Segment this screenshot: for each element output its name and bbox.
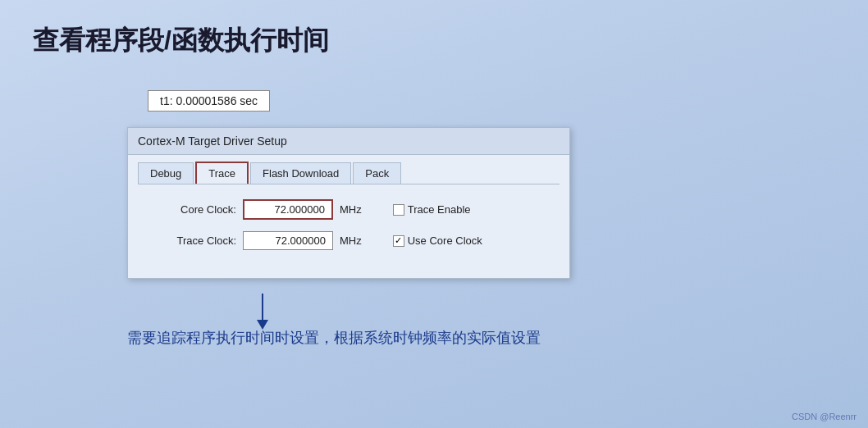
trace-enable-label: Trace Enable — [408, 203, 471, 216]
core-clock-unit: MHz — [340, 203, 362, 216]
core-clock-input[interactable] — [243, 199, 333, 220]
annotation-text: 需要追踪程序执行时间时设置，根据系统时钟频率的实际值设置 — [127, 328, 541, 348]
arrow-line — [262, 294, 263, 320]
tab-flash-download[interactable]: Flash Download — [250, 162, 351, 184]
use-core-clock-label: Use Core Clock — [408, 234, 482, 247]
core-clock-label: Core Clock: — [154, 203, 236, 216]
dialog-title: Cortex-M Target Driver Setup — [128, 128, 569, 155]
use-core-clock-group: ✓ Use Core Clock — [393, 234, 482, 247]
trace-enable-checkbox[interactable] — [393, 204, 404, 216]
arrow-annotation — [257, 294, 268, 330]
driver-setup-dialog: Cortex-M Target Driver Setup Debug Trace… — [127, 127, 570, 279]
trace-clock-row: Trace Clock: MHz ✓ Use Core Clock — [154, 231, 543, 250]
core-clock-row: Core Clock: MHz Trace Enable — [154, 199, 543, 220]
tab-debug[interactable]: Debug — [138, 162, 194, 184]
tab-pack[interactable]: Pack — [353, 162, 401, 184]
trace-clock-input[interactable] — [243, 231, 333, 250]
tab-trace[interactable]: Trace — [195, 162, 249, 184]
trace-clock-label: Trace Clock: — [154, 234, 236, 247]
page-title: 查看程序段/函数执行时间 — [0, 0, 868, 59]
watermark: CSDN @Reenrr — [792, 412, 857, 421]
trace-clock-unit: MHz — [340, 234, 362, 247]
time-display: t1: 0.00001586 sec — [148, 90, 270, 112]
trace-enable-group: Trace Enable — [393, 203, 471, 216]
tab-content: Core Clock: MHz Trace Enable Trace Clock… — [138, 184, 560, 250]
tab-bar: Debug Trace Flash Download Pack — [128, 155, 569, 184]
use-core-clock-checkbox[interactable]: ✓ — [393, 235, 404, 247]
